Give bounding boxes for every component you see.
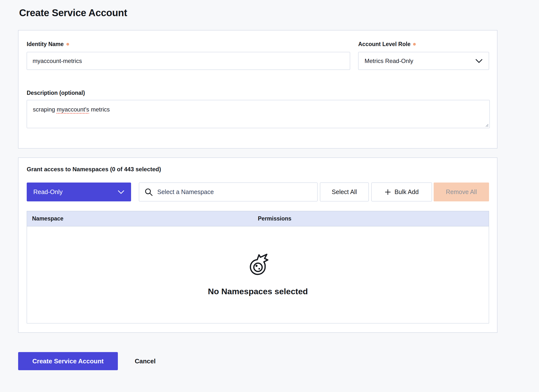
footer-actions: Create Service Account Cancel <box>18 352 156 370</box>
chevron-down-icon <box>118 190 124 194</box>
namespaces-table-header: Namespace Permissions <box>27 211 489 226</box>
create-service-account-button[interactable]: Create Service Account <box>18 352 118 370</box>
identity-panel: Identity Name Account Level Role Metrics… <box>18 30 497 148</box>
create-service-account-page: Create Service Account Identity Name Acc… <box>0 0 539 392</box>
comet-icon <box>247 253 269 276</box>
select-all-label: Select All <box>332 188 357 196</box>
account-level-role-label: Account Level Role <box>358 41 416 48</box>
namespaces-controls: Read-Only Select All <box>27 183 489 201</box>
remove-all-button[interactable]: Remove All <box>434 183 489 201</box>
namespaces-table: Namespace Permissions No Namespaces sele… <box>27 211 489 323</box>
description-label: Description (optional) <box>27 90 85 96</box>
identity-name-label-text: Identity Name <box>27 41 64 47</box>
description-misspelled-word: myaccount's <box>57 106 89 113</box>
select-all-button[interactable]: Select All <box>320 183 369 201</box>
namespace-search-input[interactable] <box>157 188 315 196</box>
page-title: Create Service Account <box>19 7 127 18</box>
namespaces-heading: Grant access to Namespaces (0 of 443 sel… <box>27 166 161 173</box>
description-text: metrics <box>89 106 110 113</box>
column-header-namespace: Namespace <box>27 215 258 222</box>
empty-state-message: No Namespaces selected <box>208 287 308 296</box>
required-dot-icon <box>413 43 416 46</box>
column-header-permissions: Permissions <box>258 215 489 222</box>
account-level-role-value: Metrics Read-Only <box>365 58 413 64</box>
permission-dropdown-value: Read-Only <box>33 188 63 196</box>
description-textarea[interactable]: scraping myaccount's metrics <box>27 100 490 128</box>
cancel-button[interactable]: Cancel <box>135 357 156 365</box>
required-dot-icon <box>66 43 69 46</box>
account-level-role-select[interactable]: Metrics Read-Only <box>358 52 489 70</box>
search-icon <box>145 188 153 196</box>
account-level-role-label-text: Account Level Role <box>358 41 410 47</box>
chevron-down-icon <box>475 59 483 63</box>
bulk-add-button[interactable]: Bulk Add <box>371 183 432 201</box>
description-label-text: Description (optional) <box>27 90 85 96</box>
resize-handle-icon[interactable] <box>484 123 489 127</box>
description-text: scraping <box>33 106 57 113</box>
namespace-search-box <box>139 183 318 201</box>
permission-dropdown-button[interactable]: Read-Only <box>27 183 131 201</box>
bulk-add-label: Bulk Add <box>394 188 419 196</box>
namespaces-panel: Grant access to Namespaces (0 of 443 sel… <box>18 158 497 333</box>
identity-name-label: Identity Name <box>27 41 69 48</box>
namespaces-table-empty-state: No Namespaces selected <box>27 226 489 323</box>
plus-icon <box>385 189 391 195</box>
remove-all-label: Remove All <box>446 188 477 196</box>
identity-name-input[interactable] <box>27 52 350 70</box>
